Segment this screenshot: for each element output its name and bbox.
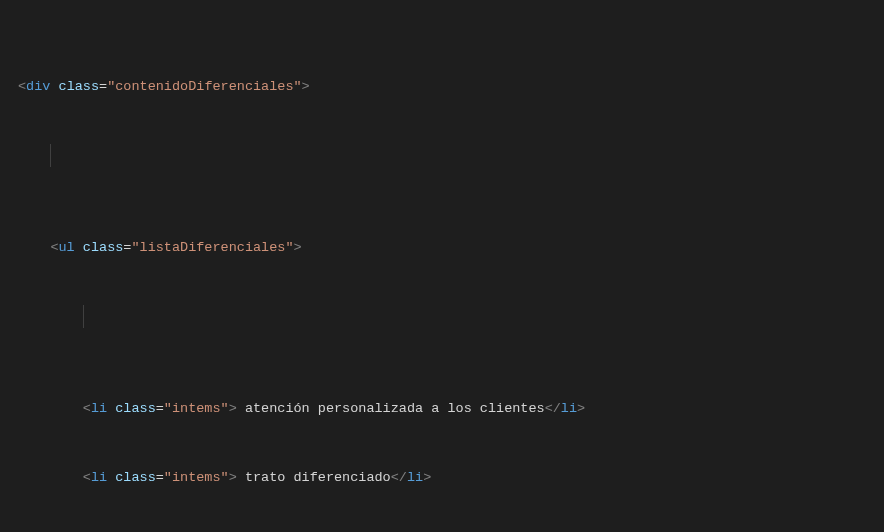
code-line[interactable] xyxy=(0,144,884,167)
code-line[interactable]: <div class="contenidoDiferenciales"> xyxy=(0,75,884,98)
code-line[interactable]: <li class="intems"> atención personaliza… xyxy=(0,397,884,420)
status-bar xyxy=(876,518,884,532)
code-line[interactable]: <li class="intems"> trato diferenciado</… xyxy=(0,466,884,489)
code-line[interactable]: <ul class="listaDiferenciales"> xyxy=(0,236,884,259)
code-editor[interactable]: <div class="contenidoDiferenciales"> <ul… xyxy=(0,0,884,532)
code-line[interactable] xyxy=(0,305,884,328)
